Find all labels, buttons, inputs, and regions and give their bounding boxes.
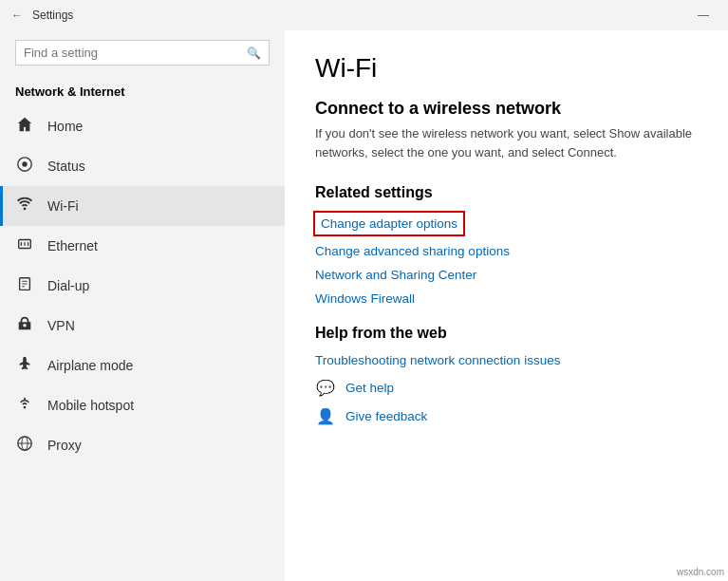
sidebar-item-wifi[interactable]: Wi-Fi <box>0 186 285 226</box>
get-help-label: Get help <box>345 381 394 395</box>
change-adapter-link[interactable]: Change adapter options <box>315 213 463 234</box>
titlebar-title: Settings <box>32 9 73 22</box>
home-icon <box>15 116 34 137</box>
content-area: Wi-Fi Connect to a wireless network If y… <box>285 30 728 581</box>
sidebar-item-home-label: Home <box>47 119 83 134</box>
get-help-icon: 💬 <box>315 377 336 398</box>
airplane-icon <box>15 355 34 376</box>
feedback-icon: 👤 <box>315 405 336 426</box>
window-controls[interactable]: — <box>698 9 717 22</box>
sidebar-item-dialup-label: Dial-up <box>47 278 89 293</box>
sidebar-item-status[interactable]: Status <box>0 146 285 186</box>
titlebar: ← Settings — <box>0 0 728 30</box>
search-input[interactable] <box>24 46 241 60</box>
titlebar-left: ← Settings <box>11 9 73 22</box>
sidebar-item-airplane[interactable]: Airplane mode <box>0 346 285 385</box>
app-container: 🔍 Network & Internet Home Status <box>0 30 728 581</box>
sidebar-item-ethernet[interactable]: Ethernet <box>0 226 285 266</box>
sidebar-item-proxy-label: Proxy <box>47 438 82 453</box>
sidebar: 🔍 Network & Internet Home Status <box>0 30 285 581</box>
search-box[interactable]: 🔍 <box>15 40 270 66</box>
page-title: Wi-Fi <box>315 53 698 84</box>
sidebar-item-dialup[interactable]: Dial-up <box>0 266 285 306</box>
get-help-row[interactable]: 💬 Get help <box>315 377 698 398</box>
sidebar-item-vpn-label: VPN <box>47 318 75 333</box>
connect-section-title: Connect to a wireless network <box>315 99 698 119</box>
sidebar-item-ethernet-label: Ethernet <box>47 238 98 253</box>
network-sharing-link[interactable]: Network and Sharing Center <box>315 268 698 282</box>
related-settings-header: Related settings <box>315 184 698 201</box>
search-icon: 🔍 <box>247 47 261 60</box>
proxy-icon <box>15 435 34 456</box>
sidebar-item-airplane-label: Airplane mode <box>47 358 133 373</box>
sidebar-item-hotspot-label: Mobile hotspot <box>47 398 134 413</box>
windows-firewall-link[interactable]: Windows Firewall <box>315 291 698 306</box>
watermark: wsxdn.com <box>677 567 724 577</box>
feedback-label: Give feedback <box>345 409 427 423</box>
sidebar-item-status-label: Status <box>47 159 85 174</box>
wifi-icon <box>15 196 34 216</box>
sidebar-item-home[interactable]: Home <box>0 106 285 146</box>
feedback-row[interactable]: 👤 Give feedback <box>315 405 698 426</box>
troubleshoot-link[interactable]: Troubleshooting network connection issue… <box>315 353 698 367</box>
ethernet-icon <box>15 235 34 256</box>
svg-point-1 <box>22 161 27 166</box>
sidebar-item-vpn[interactable]: VPN <box>0 306 285 346</box>
sidebar-item-proxy[interactable]: Proxy <box>0 425 285 465</box>
back-button[interactable]: ← <box>11 9 23 22</box>
vpn-icon <box>15 315 34 336</box>
sidebar-item-wifi-label: Wi-Fi <box>47 198 79 214</box>
status-icon <box>15 156 34 177</box>
dialup-icon <box>15 275 34 296</box>
svg-rect-10 <box>24 398 26 401</box>
sidebar-section-header: Network & Internet <box>0 81 285 106</box>
help-section-header: Help from the web <box>315 325 698 342</box>
sidebar-item-hotspot[interactable]: Mobile hotspot <box>0 385 285 425</box>
connect-description: If you don't see the wireless network yo… <box>315 124 698 161</box>
hotspot-icon <box>15 395 34 416</box>
advanced-sharing-link[interactable]: Change advanced sharing options <box>315 244 698 258</box>
